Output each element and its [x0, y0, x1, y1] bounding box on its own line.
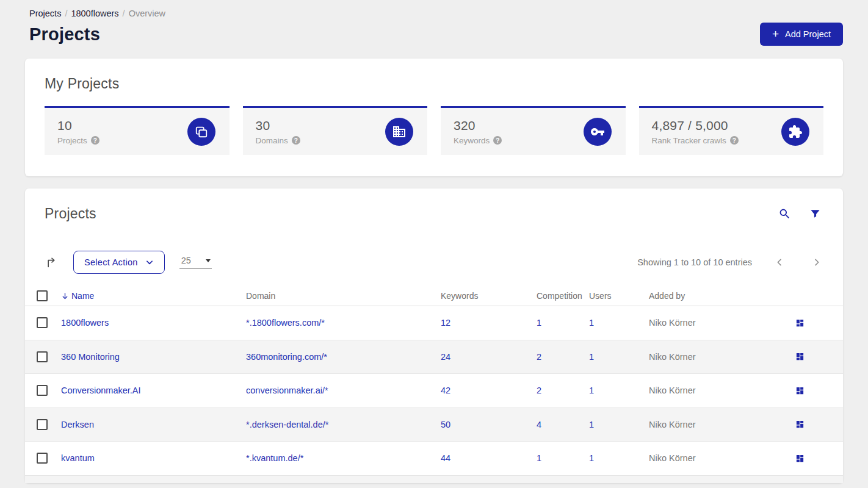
keywords-value-link[interactable]: 42	[441, 386, 450, 395]
key-icon	[584, 118, 612, 146]
chevron-down-icon	[145, 258, 154, 267]
add-project-label: Add Project	[785, 29, 831, 39]
plus-icon: +	[772, 28, 779, 40]
row-checkbox[interactable]	[37, 351, 48, 362]
showing-entries-text: Showing 1 to 10 of 10 entries	[637, 257, 752, 267]
table-row[interactable]: kvantum *.kvantum.de/* 44 1 1 Niko Körne…	[25, 442, 843, 476]
competition-value-link[interactable]: 2	[537, 352, 541, 362]
project-name-link[interactable]: kvantum	[61, 453, 95, 463]
dashboard-icon[interactable]	[795, 454, 805, 463]
row-checkbox[interactable]	[37, 317, 48, 328]
column-header-name[interactable]: Name	[61, 291, 246, 301]
help-icon[interactable]: ?	[292, 136, 300, 145]
help-icon[interactable]: ?	[91, 136, 99, 145]
keywords-value-link[interactable]: 44	[441, 453, 450, 463]
added-by-text: Niko Körner	[649, 420, 770, 429]
breadcrumb-1800flowers[interactable]: 1800flowers	[71, 9, 118, 18]
building-icon	[385, 118, 413, 146]
page-title: Projects	[29, 24, 100, 45]
competition-value-link[interactable]: 2	[537, 386, 541, 395]
search-icon[interactable]	[778, 207, 791, 220]
next-page-icon[interactable]	[812, 257, 822, 267]
select-action-label: Select Action	[84, 257, 138, 267]
project-domain-link[interactable]: 360monitoring.com/*	[246, 352, 327, 362]
export-arrow-icon[interactable]	[46, 256, 58, 268]
users-value-link[interactable]: 1	[589, 453, 594, 463]
stat-domains: 30 Domains ?	[243, 106, 428, 155]
added-by-text: Niko Körner	[649, 386, 770, 395]
stat-crawls: 4,897 / 5,000 Rank Tracker crawls ?	[639, 106, 824, 155]
projects-panel-title: Projects	[45, 206, 96, 222]
project-domain-link[interactable]: *.1800flowers.com/*	[246, 318, 325, 328]
column-header-competition[interactable]: Competition	[537, 291, 589, 301]
dashboard-icon[interactable]	[795, 318, 805, 328]
project-name-link[interactable]: Conversionmaker.AI	[61, 386, 141, 395]
select-all-checkbox[interactable]	[37, 290, 48, 301]
select-action-dropdown[interactable]: Select Action	[73, 251, 165, 274]
keywords-value-link[interactable]: 50	[441, 420, 450, 429]
my-projects-title: My Projects	[45, 76, 823, 92]
project-name-link[interactable]: Derksen	[61, 420, 94, 429]
dashboard-icon[interactable]	[795, 352, 805, 361]
table-row[interactable]: 360 Monitoring 360monitoring.com/* 24 2 …	[25, 340, 843, 375]
column-header-keywords[interactable]: Keywords	[441, 291, 537, 301]
my-projects-card: My Projects 10 Projects ? 30	[25, 59, 843, 176]
table-body: 1800flowers *.1800flowers.com/* 12 1 1 N…	[25, 306, 843, 476]
competition-value-link[interactable]: 1	[537, 318, 541, 328]
breadcrumb-separator: /	[123, 9, 125, 18]
help-icon[interactable]: ?	[493, 136, 502, 145]
column-header-domain[interactable]: Domain	[246, 291, 441, 301]
users-value-link[interactable]: 1	[589, 420, 594, 429]
project-name-link[interactable]: 360 Monitoring	[61, 352, 120, 362]
project-domain-link[interactable]: *.derksen-dental.de/*	[246, 420, 328, 429]
dashboard-icon[interactable]	[795, 420, 805, 429]
breadcrumb: Projects/1800flowers/Overview	[29, 0, 843, 18]
stat-keywords-label: Keywords	[454, 136, 490, 145]
caret-down-icon	[206, 259, 211, 262]
prev-page-icon[interactable]	[775, 257, 784, 267]
row-checkbox[interactable]	[37, 385, 48, 396]
project-domain-link[interactable]: *.kvantum.de/*	[246, 453, 303, 463]
projects-table-card: Projects Select Action 25	[25, 188, 843, 483]
page-size-value: 25	[181, 256, 191, 265]
row-checkbox[interactable]	[37, 453, 48, 464]
column-header-added-by[interactable]: Added by	[649, 291, 770, 301]
users-value-link[interactable]: 1	[589, 386, 594, 395]
added-by-text: Niko Körner	[649, 352, 770, 362]
stat-projects-label: Projects	[57, 136, 87, 145]
competition-value-link[interactable]: 1	[537, 453, 541, 463]
stat-projects: 10 Projects ?	[45, 106, 230, 155]
row-checkbox[interactable]	[37, 419, 48, 430]
table-row[interactable]: 1800flowers *.1800flowers.com/* 12 1 1 N…	[25, 306, 843, 340]
add-project-button[interactable]: + Add Project	[760, 23, 843, 46]
breadcrumb-separator: /	[65, 9, 67, 18]
project-domain-link[interactable]: conversionmaker.ai/*	[246, 386, 328, 395]
stat-keywords-value: 320	[454, 118, 502, 133]
table-row[interactable]: Conversionmaker.AI conversionmaker.ai/* …	[25, 374, 843, 408]
added-by-text: Niko Körner	[649, 453, 770, 463]
stat-crawls-label: Rank Tracker crawls	[652, 136, 726, 145]
copy-stack-icon	[187, 118, 215, 146]
project-name-link[interactable]: 1800flowers	[61, 318, 109, 328]
stat-projects-value: 10	[57, 118, 99, 133]
stat-keywords: 320 Keywords ?	[441, 106, 626, 155]
keywords-value-link[interactable]: 12	[441, 318, 450, 328]
breadcrumb-projects[interactable]: Projects	[29, 9, 61, 18]
column-header-users[interactable]: Users	[589, 291, 649, 301]
stat-domains-label: Domains	[256, 136, 288, 145]
puzzle-icon	[781, 118, 809, 146]
breadcrumb-overview: Overview	[129, 9, 165, 18]
users-value-link[interactable]: 1	[589, 318, 594, 328]
stat-crawls-value: 4,897 / 5,000	[652, 118, 739, 133]
keywords-value-link[interactable]: 24	[441, 352, 450, 362]
page-size-select[interactable]: 25	[179, 256, 212, 269]
dashboard-icon[interactable]	[795, 386, 805, 395]
users-value-link[interactable]: 1	[589, 352, 594, 362]
help-icon[interactable]: ?	[730, 136, 739, 145]
filter-icon[interactable]	[809, 208, 821, 220]
table-row[interactable]: Derksen *.derksen-dental.de/* 50 4 1 Nik…	[25, 408, 843, 442]
added-by-text: Niko Körner	[649, 318, 770, 328]
sort-desc-icon	[61, 292, 69, 300]
stat-domains-value: 30	[256, 118, 300, 133]
competition-value-link[interactable]: 4	[537, 420, 541, 429]
